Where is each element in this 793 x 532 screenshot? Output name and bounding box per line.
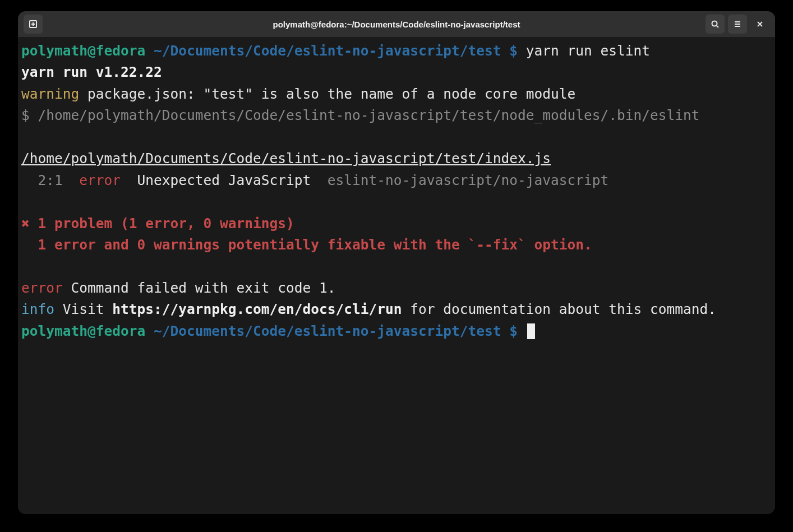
svg-point-3 [712, 21, 717, 26]
prompt-user-host: polymath@fedora [21, 323, 145, 339]
svg-line-4 [717, 26, 719, 28]
lint-rule: eslint-no-javascript/no-javascript [311, 172, 608, 188]
terminal-window: polymath@fedora:~/Documents/Code/eslint-… [18, 11, 775, 514]
titlebar: polymath@fedora:~/Documents/Code/eslint-… [18, 11, 775, 37]
close-icon [755, 20, 764, 29]
hamburger-icon [733, 20, 742, 29]
error-label: error [21, 280, 63, 296]
close-button[interactable] [750, 15, 769, 34]
summary-line-2: 1 error and 0 warnings potentially fixab… [21, 237, 592, 253]
info-pre: Visit [54, 301, 112, 317]
prompt-cwd: ~/Documents/Code/eslint-no-javascript/te… [154, 43, 501, 59]
warning-message: package.json: "test" is also the name of… [79, 86, 575, 102]
yarn-run-line: yarn run v1.22.22 [21, 64, 162, 80]
search-icon [711, 20, 720, 29]
lint-severity: error [63, 172, 121, 188]
prompt-cwd: ~/Documents/Code/eslint-no-javascript/te… [154, 323, 501, 339]
warning-label: warning [21, 86, 79, 102]
lint-file-path: /home/polymath/Documents/Code/eslint-no-… [21, 150, 551, 166]
prompt-sigil: $ [509, 323, 518, 339]
plus-box-icon [29, 20, 38, 29]
error-message: Command failed with exit code 1. [63, 280, 336, 296]
info-label: info [21, 301, 54, 317]
lint-location: 2:1 [21, 172, 63, 188]
prompt-user-host: polymath@fedora [21, 43, 145, 59]
new-tab-button[interactable] [24, 15, 43, 34]
cursor [527, 323, 535, 339]
info-url: https://yarnpkg.com/en/docs/cli/run [112, 301, 402, 317]
exec-line: $ /home/polymath/Documents/Code/eslint-n… [21, 107, 700, 123]
command-text: yarn run eslint [526, 43, 650, 59]
menu-button[interactable] [728, 15, 747, 34]
search-button[interactable] [706, 15, 725, 34]
cross-icon: ✖ [21, 215, 30, 232]
window-title: polymath@fedora:~/Documents/Code/eslint-… [18, 20, 775, 29]
prompt-sigil: $ [509, 43, 518, 59]
lint-message: Unexpected JavaScript [121, 172, 311, 188]
summary-line-1: 1 problem (1 error, 0 warnings) [30, 215, 294, 232]
terminal-body[interactable]: polymath@fedora ~/Documents/Code/eslint-… [18, 37, 775, 514]
info-post: for documentation about this command. [402, 301, 717, 317]
